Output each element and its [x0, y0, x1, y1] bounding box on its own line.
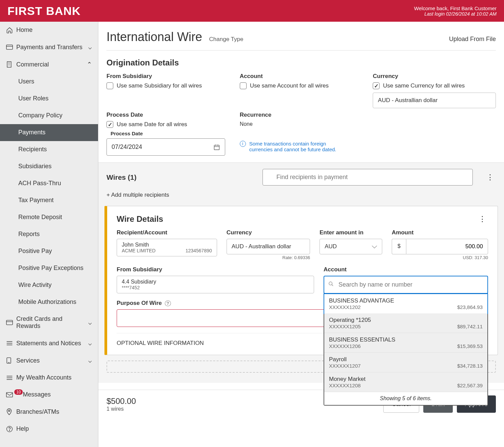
logo: FIRST BANK — [7, 4, 81, 18]
option-name: Payroll — [329, 356, 483, 363]
nav-sub-payments[interactable]: Payments — [0, 124, 98, 141]
message-badge: 10 — [14, 389, 23, 395]
recipient-company: ACME LIMITED — [122, 248, 156, 253]
nav-help[interactable]: Help — [0, 421, 98, 438]
nav-sub-positive-pay-exceptions[interactable]: Positive Pay Exceptions — [0, 260, 98, 277]
wire-currency-field[interactable]: AUD - Australlian dollar — [227, 239, 310, 254]
same-date-checkbox[interactable] — [106, 121, 113, 128]
nav-sub-tax-payment[interactable]: Tax Payment — [0, 192, 98, 209]
nav-services[interactable]: Services ⌵ — [0, 352, 98, 369]
nav-sub-recipients[interactable]: Recipients — [0, 141, 98, 158]
option-mask: XXXXXX1207 — [329, 363, 361, 369]
chevron-down-icon: ⌵ — [88, 319, 92, 326]
same-currency-checkbox[interactable] — [373, 82, 380, 89]
recipient-name: John Smith — [122, 242, 212, 248]
nav-sub-subsidiaries[interactable]: Subsidiaries — [0, 158, 98, 175]
wires-count: 1 wires — [106, 406, 136, 412]
sidebar: Home Payments and Transfers ⌵ Commercial… — [0, 22, 98, 447]
option-balance: $22,567.39 — [457, 383, 483, 388]
nav-sub-reports[interactable]: Reports — [0, 226, 98, 243]
option-mask: XXXXXX1205 — [329, 324, 361, 329]
nav-branches[interactable]: Branches/ATMs — [0, 403, 98, 421]
nav-sub-positive-pay[interactable]: Positive Pay — [0, 243, 98, 260]
amount-input[interactable] — [406, 239, 488, 254]
optional-label: OPTIONAL WIRE INFORMATION — [117, 340, 204, 347]
nav-sub-user-roles[interactable]: User Roles — [0, 90, 98, 107]
chevron-down-icon: ⌵ — [88, 43, 92, 51]
nav-label: Payments and Transfers — [16, 44, 88, 51]
total-amount: $500.00 — [106, 396, 136, 406]
info-icon: i — [240, 141, 246, 147]
card-icon — [6, 44, 16, 50]
from-subsidiary-label: From Subsidiary — [106, 73, 230, 80]
nav-messages[interactable]: 10 Messages — [0, 386, 98, 403]
wire-card-menu-icon[interactable]: ⋮ — [477, 215, 488, 224]
list-icon — [6, 375, 16, 381]
nav-label: My Wealth Accounts — [16, 374, 92, 381]
checkbox-label: Use same Date for all wires — [117, 121, 187, 128]
wire-subsidiary-field[interactable]: 4.4 Subsidiary ****7452 — [117, 276, 314, 293]
nav-sub-ach-pass-thru[interactable]: ACH Pass-Thru — [0, 175, 98, 192]
wires-menu-icon[interactable]: ⋮ — [484, 173, 496, 182]
recipient-field[interactable]: John Smith ACME LIMITED 1234567890 — [117, 239, 217, 256]
account-option[interactable]: Operating *1205XXXXXX1205$89,742.11 — [324, 313, 487, 333]
account-label: Account — [240, 73, 363, 80]
change-type-link[interactable]: Change Type — [209, 36, 244, 42]
process-date-label: Process Date — [106, 112, 230, 118]
help-icon — [6, 426, 16, 432]
nav-sub-mobile-authorizations[interactable]: Mobile Authorizations — [0, 294, 98, 311]
origination-heading: Origination Details — [106, 58, 496, 67]
option-mask: XXXXXX1202 — [329, 304, 361, 310]
option-mask: XXXXXX1206 — [329, 343, 361, 349]
nav-home[interactable]: Home — [0, 22, 98, 39]
nav-wealth[interactable]: My Wealth Accounts — [0, 369, 98, 386]
find-recipients-input[interactable] — [263, 169, 473, 186]
recurrence-label: Recurrence — [240, 112, 363, 118]
option-balance: $23,864.93 — [457, 304, 483, 310]
account-option[interactable]: Money MarketXXXXXX1208$22,567.39 — [324, 372, 487, 392]
chevron-down-icon — [371, 244, 377, 250]
pin-icon — [6, 408, 16, 415]
svg-point-29 — [329, 282, 332, 285]
option-name: BUSINESS ADVANTAGE — [329, 297, 483, 304]
search-icon — [328, 280, 334, 287]
account-option[interactable]: BUSINESS ESSENTIALSXXXXXX1206$15,369.53 — [324, 333, 487, 353]
account-search-input[interactable] — [324, 276, 488, 294]
nav-sub-users[interactable]: Users — [0, 73, 98, 90]
nav-statements[interactable]: Statements and Notices ⌵ — [0, 335, 98, 352]
recipient-label: Recipient/Account — [117, 229, 217, 236]
account-option[interactable]: BUSINESS ADVANTAGEXXXXXX1202$23,864.93 — [324, 293, 488, 314]
nav-sub-remote-deposit[interactable]: Remote Deposit — [0, 209, 98, 226]
add-multiple-recipients-link[interactable]: + Add multiple recipients — [106, 192, 496, 198]
upload-from-file-link[interactable]: Upload From File — [449, 36, 496, 43]
recipient-acct: 1234567890 — [186, 248, 212, 253]
account-option[interactable]: PayrollXXXXXX1207$34,728.13 — [324, 353, 487, 372]
chevron-down-icon: ⌵ — [88, 357, 92, 364]
svg-line-30 — [332, 285, 333, 286]
option-mask: XXXXXX1208 — [329, 383, 361, 388]
nav-commercial[interactable]: Commercial ⌃ — [0, 56, 98, 73]
nav-sub-wire-activity[interactable]: Wire Activity — [0, 277, 98, 294]
page-title: International Wire — [106, 30, 202, 44]
main-content: International Wire Change Type Upload Fr… — [98, 22, 504, 447]
exchange-rate: Rate: 0.69336 — [227, 255, 310, 260]
date-value: 07/24/2024 — [112, 143, 142, 151]
same-subsidiary-checkbox[interactable] — [106, 82, 113, 89]
option-balance: $34,728.13 — [457, 363, 483, 369]
process-date-input[interactable]: 07/24/2024 — [106, 138, 225, 156]
same-account-checkbox[interactable] — [240, 82, 247, 89]
nav-label: Statements and Notices — [16, 340, 88, 347]
nav-credit-cards[interactable]: Credit Cards and Rewards ⌵ — [0, 311, 98, 335]
building-icon — [6, 61, 16, 68]
svg-rect-23 — [214, 145, 219, 150]
calendar-icon[interactable] — [213, 143, 220, 151]
nav-payments-transfers[interactable]: Payments and Transfers ⌵ — [0, 39, 98, 56]
amount-prefix: $ — [392, 239, 406, 254]
checkbox-label: Use same Currency for all wires — [383, 82, 465, 89]
help-icon[interactable]: ? — [165, 300, 171, 306]
currency-display[interactable]: AUD - Australlian dollar — [373, 93, 496, 108]
nav-label: Help — [16, 425, 92, 432]
card-icon — [6, 320, 16, 325]
usd-equivalent: USD: 317.30 — [392, 255, 488, 260]
nav-sub-company-policy[interactable]: Company Policy — [0, 107, 98, 124]
